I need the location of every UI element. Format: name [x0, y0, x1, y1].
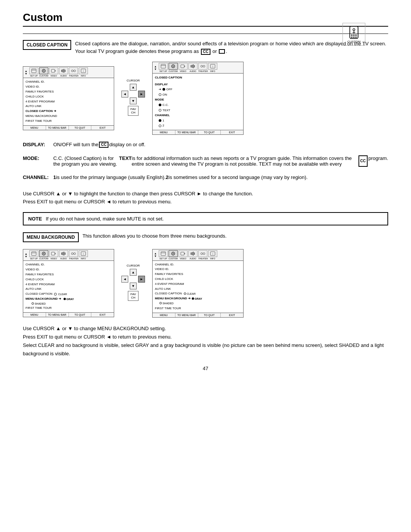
svg-text:i: i: [83, 70, 84, 72]
svg-rect-24: [161, 64, 166, 68]
page-number: 47: [23, 366, 388, 371]
info-icon-r: i: [208, 63, 217, 70]
svg-rect-46: [64, 252, 64, 256]
page-title: Custom: [23, 11, 388, 27]
video-icon: [49, 67, 58, 74]
svg-rect-32: [193, 64, 194, 68]
menu-item: VIDEO ID.: [25, 85, 112, 89]
svg-rect-10: [32, 69, 36, 73]
mode-label: MODE:: [23, 155, 53, 167]
cc-left-toolbar: ▲ ▼: [23, 67, 114, 78]
svg-rect-18: [64, 69, 64, 73]
cursor-instructions: Use CURSOR ▲ or ▼ to highlight the funct…: [23, 190, 388, 206]
menu-item: 4 EVENT PROGRAM: [25, 99, 112, 104]
svg-text:i: i: [212, 252, 213, 255]
cursor-up-2: ▲: [130, 269, 137, 276]
svg-point-5: [353, 34, 355, 36]
svg-rect-59: [192, 252, 193, 255]
bg-right-menu: ▲ ▼: [152, 249, 244, 318]
svg-point-6: [355, 34, 357, 36]
menu-background-label: MENU BACKGROUND: [23, 232, 79, 242]
svg-point-62: [201, 252, 202, 254]
menu-item: AUTO LINK: [25, 104, 112, 109]
cursor-left-2: ◄: [121, 276, 128, 283]
svg-point-7: [351, 36, 353, 38]
svg-rect-16: [61, 70, 62, 72]
svg-rect-33: [194, 65, 195, 67]
custom-menu-icon-r: [169, 63, 178, 70]
svg-rect-58: [191, 252, 191, 255]
svg-point-48: [71, 253, 73, 255]
svg-rect-19: [65, 70, 65, 72]
closed-caption-text: Closed captions are the dialogue, narrat…: [75, 40, 388, 55]
display-label: DISPLAY:: [23, 142, 53, 148]
svg-rect-61: [194, 252, 195, 255]
note-label: NOTE: [28, 216, 42, 222]
custom-icon: CUSTOM: [342, 23, 365, 46]
menu-bg-diagrams-row: ▲ ▼: [23, 249, 388, 318]
svg-point-9: [355, 36, 357, 38]
menu-background-section: MENU BACKGROUND This function allows you…: [23, 232, 388, 242]
svg-marker-43: [55, 253, 56, 254]
svg-rect-47: [65, 252, 65, 255]
svg-point-34: [201, 66, 202, 67]
cc-right-menu: ▲ ▼: [152, 62, 244, 135]
svg-point-20: [71, 70, 73, 72]
svg-rect-28: [181, 65, 184, 68]
menu-background-text: This function allows you to choose from …: [83, 232, 388, 240]
theater-icon-r: [198, 63, 207, 70]
menu-item-cc-highlighted: CLOSED CAPTION ➔: [25, 109, 112, 114]
svg-rect-30: [191, 65, 191, 67]
channel-desc: CHANNEL: 1 is used for the primary langu…: [23, 174, 388, 184]
video-icon-r: [178, 63, 188, 70]
mode-desc: MODE: C.C. (Closed Caption) is for the p…: [23, 155, 388, 171]
svg-rect-38: [32, 252, 36, 256]
svg-rect-31: [192, 65, 193, 68]
menu-bg-instructions: Use CURSOR ▲ or ▼ to change MENU BACKGRO…: [23, 324, 388, 358]
svg-rect-60: [193, 252, 194, 256]
bg-left-menu: ▲ ▼: [23, 249, 114, 317]
svg-point-35: [203, 66, 205, 67]
svg-rect-56: [181, 252, 184, 255]
cc-cursor-area: CURSOR ▲ ◄ ► ▼ FAVCH: [118, 79, 148, 117]
note-box: NOTE If you do not have sound, make sure…: [23, 212, 388, 225]
svg-point-1: [353, 29, 355, 30]
svg-marker-29: [184, 66, 185, 67]
svg-rect-17: [62, 69, 63, 72]
svg-text:i: i: [212, 65, 213, 68]
bg-cursor-area: CURSOR ▲ ◄ ► ▼ FAVCH: [118, 264, 148, 302]
cc-badge-inline: CC: [201, 49, 210, 55]
svg-point-49: [73, 253, 75, 255]
svg-point-21: [73, 70, 75, 72]
menu-item: CHILD LOCK: [25, 94, 112, 99]
fav-ch-box: FAVCH: [128, 106, 139, 116]
cursor-up: ▲: [130, 84, 137, 91]
cursor-right: ►: [138, 91, 145, 97]
svg-rect-52: [161, 252, 166, 256]
cc-badge-display: CC: [99, 142, 108, 148]
menu-item: FIRST TIME TOUR: [25, 119, 112, 124]
note-text: If you do not have sound, make sure MUTE…: [46, 216, 164, 222]
svg-marker-57: [184, 253, 185, 254]
cursor-left: ◄: [121, 91, 128, 97]
svg-point-63: [203, 252, 205, 254]
svg-point-55: [172, 253, 174, 254]
svg-point-27: [172, 66, 174, 67]
menu-item: FAMILY FAVORITES: [25, 89, 112, 94]
audio-icon: [59, 67, 68, 74]
svg-point-41: [43, 253, 44, 254]
menu-item: MENU BACKGROUND: [25, 114, 112, 119]
svg-rect-44: [61, 252, 62, 255]
fav-ch-box-2: FAVCH: [128, 291, 139, 301]
svg-point-8: [353, 36, 355, 38]
closed-caption-section: CLOSED CAPTION Closed captions are the d…: [23, 40, 388, 55]
svg-rect-42: [51, 252, 55, 255]
svg-rect-14: [51, 69, 55, 72]
channel-label: CHANNEL:: [23, 174, 53, 180]
svg-point-4: [351, 34, 353, 36]
svg-point-13: [43, 70, 44, 72]
cc-diagrams-row: ▲ ▼: [23, 62, 388, 135]
cc-left-menu: ▲ ▼: [23, 66, 114, 130]
svg-marker-15: [55, 70, 56, 72]
cursor-down-2: ▼: [130, 283, 137, 289]
